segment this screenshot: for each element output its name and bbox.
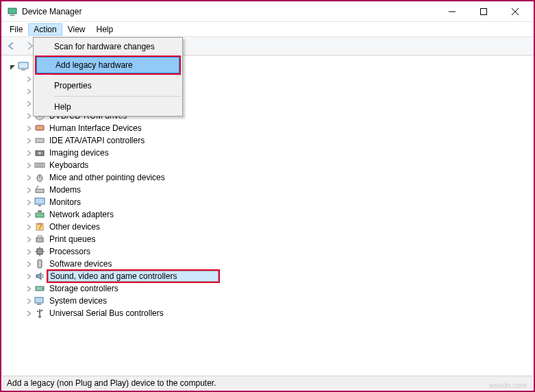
tree-item-monitors[interactable]: Monitors <box>5 196 532 208</box>
printer-icon <box>34 234 45 245</box>
tree-item-mice[interactable]: Mice and other pointing devices <box>5 171 532 184</box>
svg-rect-26 <box>36 189 44 193</box>
svg-rect-21 <box>35 163 45 167</box>
dd-scan-hardware[interactable]: Scan for hardware changes <box>34 38 182 56</box>
dd-separator <box>54 75 182 75</box>
tree-label: Sound, video and game controllers <box>48 271 219 282</box>
tree-label: Other devices <box>48 222 101 232</box>
mouse-icon <box>34 172 45 183</box>
action-dropdown: Scan for hardware changes Add legacy har… <box>33 37 183 117</box>
tree-item-usb[interactable]: Universal Serial Bus controllers <box>5 307 532 319</box>
svg-rect-33 <box>36 238 43 242</box>
tree-item-processors[interactable]: Processors <box>5 245 532 258</box>
svg-rect-43 <box>35 297 43 303</box>
svg-rect-40 <box>38 260 42 268</box>
chevron-right-icon[interactable] <box>25 136 33 145</box>
svg-rect-7 <box>18 62 28 69</box>
tree-label: Print queues <box>48 234 97 244</box>
svg-rect-2 <box>10 15 15 16</box>
speaker-icon <box>34 271 45 282</box>
menu-file[interactable]: File <box>4 23 28 36</box>
svg-point-20 <box>38 152 41 155</box>
chevron-right-icon[interactable] <box>25 210 33 219</box>
close-button[interactable] <box>499 1 531 21</box>
tree-item-sound[interactable]: Sound, video and game controllers <box>5 270 532 282</box>
tree-label: Network adapters <box>48 210 115 219</box>
svg-rect-35 <box>37 249 42 254</box>
cpu-icon <box>34 246 45 257</box>
svg-rect-17 <box>36 125 44 130</box>
computer-icon <box>18 61 29 72</box>
tree-item-network[interactable]: Network adapters <box>5 208 532 221</box>
chevron-right-icon[interactable] <box>25 297 33 305</box>
window-controls <box>436 1 531 21</box>
chevron-right-icon[interactable] <box>25 112 33 120</box>
network-icon <box>34 209 45 220</box>
tree-item-modems[interactable]: Modems <box>5 184 532 196</box>
other-icon: ? <box>34 221 45 232</box>
dd-add-legacy-hardware[interactable]: Add legacy hardware <box>36 57 179 73</box>
chevron-right-icon[interactable] <box>25 87 33 95</box>
chevron-right-icon[interactable] <box>25 235 33 243</box>
tree-label: Storage controllers <box>48 284 120 293</box>
tree-item-print[interactable]: Print queues <box>5 233 532 245</box>
minimize-button[interactable] <box>436 1 468 21</box>
chevron-down-icon[interactable] <box>8 62 16 71</box>
svg-rect-28 <box>38 205 41 206</box>
menubar: File Action View Help <box>1 22 534 37</box>
tree-item-imaging[interactable]: Imaging devices <box>5 147 532 159</box>
svg-rect-27 <box>35 198 45 204</box>
hid-icon <box>34 123 45 134</box>
svg-rect-48 <box>41 310 42 311</box>
tree-label: Software devices <box>48 259 113 269</box>
dd-properties[interactable]: Properties <box>34 77 182 95</box>
tree-item-system[interactable]: System devices <box>5 295 532 307</box>
chevron-right-icon[interactable] <box>25 149 33 157</box>
tree-item-keyboards[interactable]: Keyboards <box>5 159 532 171</box>
chevron-right-icon[interactable] <box>25 173 33 182</box>
chevron-right-icon[interactable] <box>25 161 33 169</box>
svg-point-45 <box>38 315 41 318</box>
tree-label: Modems <box>48 185 82 195</box>
back-button[interactable] <box>4 38 19 53</box>
tree-label: Mice and other pointing devices <box>48 173 166 182</box>
tree-item-hid[interactable]: Human Interface Devices <box>5 122 532 134</box>
statusbar: Add a legacy (non Plug and Play) device … <box>3 376 532 389</box>
tree-item-storage[interactable]: Storage controllers <box>5 282 532 295</box>
chevron-right-icon[interactable] <box>25 75 33 83</box>
dd-separator <box>54 96 182 97</box>
tree-item-ide[interactable]: IDE ATA/ATAPI controllers <box>5 134 532 147</box>
ide-icon <box>34 135 45 146</box>
camera-icon <box>34 147 45 158</box>
svg-rect-44 <box>37 304 41 305</box>
watermark: wsxdn.com <box>489 381 527 389</box>
chevron-right-icon[interactable] <box>25 223 33 231</box>
svg-rect-29 <box>36 213 44 217</box>
chevron-right-icon[interactable] <box>25 99 33 108</box>
maximize-button[interactable] <box>468 1 499 21</box>
menu-help[interactable]: Help <box>91 23 119 36</box>
modem-icon <box>34 184 45 195</box>
chevron-right-icon[interactable] <box>25 309 33 317</box>
system-icon <box>34 295 45 306</box>
chevron-right-icon[interactable] <box>25 260 33 268</box>
menu-view[interactable]: View <box>62 23 91 36</box>
chevron-right-icon[interactable] <box>25 272 33 280</box>
chevron-right-icon[interactable] <box>25 284 33 293</box>
svg-rect-18 <box>36 138 44 143</box>
tree-item-other[interactable]: ? Other devices <box>5 221 532 233</box>
usb-icon <box>34 308 45 319</box>
chevron-right-icon[interactable] <box>25 198 33 206</box>
svg-rect-4 <box>481 8 487 14</box>
chevron-right-icon[interactable] <box>25 186 33 194</box>
chevron-right-icon[interactable] <box>25 247 33 256</box>
dd-help[interactable]: Help <box>34 98 182 116</box>
tree-label: System devices <box>48 296 108 306</box>
tree-item-software[interactable]: Software devices <box>5 258 532 270</box>
tree-label: Universal Serial Bus controllers <box>48 308 165 318</box>
chevron-right-icon[interactable] <box>25 124 33 132</box>
tree-label: IDE ATA/ATAPI controllers <box>48 136 146 145</box>
svg-rect-0 <box>8 8 16 14</box>
monitor-icon <box>34 197 45 208</box>
menu-action[interactable]: Action <box>28 23 62 36</box>
